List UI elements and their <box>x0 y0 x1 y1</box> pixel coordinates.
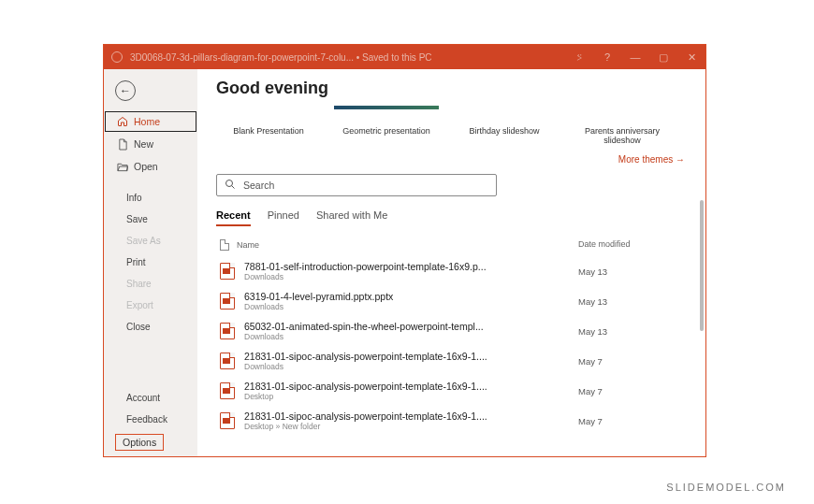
help-icon[interactable]: ? <box>593 45 621 69</box>
template-item[interactable]: Geometric presentation <box>334 106 439 145</box>
maximize-icon[interactable]: ▢ <box>649 45 677 69</box>
file-name: 21831-01-sipoc-analysis-powerpoint-templ… <box>244 381 525 392</box>
nav-label: Feedback <box>126 414 167 425</box>
home-icon <box>117 116 128 127</box>
back-button[interactable]: ← <box>115 80 136 101</box>
nav-label: Home <box>134 116 160 127</box>
template-item[interactable]: Blank Presentation <box>216 106 321 145</box>
template-item[interactable]: Parents anniversary slideshow <box>570 106 675 145</box>
file-row[interactable]: 21831-01-sipoc-analysis-powerpoint-templ… <box>216 406 690 436</box>
search-input[interactable]: Search <box>216 174 497 196</box>
column-headers: Name Date modified <box>216 236 690 256</box>
nav-label: Save As <box>126 236 161 246</box>
doc-icon <box>220 239 229 251</box>
file-date: May 13 <box>578 296 690 307</box>
nav-close[interactable]: Close <box>104 316 197 338</box>
pptx-icon <box>220 382 235 399</box>
main: Good evening Blank Presentation Geometri… <box>197 69 705 456</box>
template-item[interactable]: Birthday slideshow <box>452 106 557 145</box>
search-icon <box>225 179 236 192</box>
nav-export: Export <box>104 295 197 316</box>
file-row[interactable]: 21831-01-sipoc-analysis-powerpoint-templ… <box>216 376 690 406</box>
file-location: Downloads <box>244 272 578 281</box>
search-placeholder: Search <box>243 180 274 191</box>
nav-label: Open <box>134 161 158 172</box>
pptx-icon <box>220 293 235 310</box>
file-location: Desktop <box>244 392 578 401</box>
template-label: Parents anniversary slideshow <box>585 126 660 145</box>
tab-pinned[interactable]: Pinned <box>268 209 299 226</box>
pptx-icon <box>220 353 235 369</box>
file-row[interactable]: 21831-01-sipoc-analysis-powerpoint-templ… <box>216 346 690 376</box>
tabs: Recent Pinned Shared with Me <box>216 209 690 226</box>
file-location: Downloads <box>244 362 578 371</box>
nav-account[interactable]: Account <box>104 387 197 409</box>
nav-label: Info <box>126 193 142 203</box>
nav-share: Share <box>104 273 197 295</box>
close-icon[interactable]: ✕ <box>677 45 705 69</box>
file-name: 7881-01-self-introduction-powerpoint-tem… <box>244 261 525 272</box>
nav-new[interactable]: New <box>104 133 197 155</box>
file-date: May 13 <box>578 326 690 337</box>
col-name: Name <box>237 240 259 250</box>
file-row[interactable]: 65032-01-animated-spin-the-wheel-powerpo… <box>216 316 690 346</box>
file-row[interactable]: 7881-01-self-introduction-powerpoint-tem… <box>216 256 690 286</box>
template-label: Geometric presentation <box>342 126 430 136</box>
nav-label: Options <box>123 437 156 448</box>
templates-row: Blank Presentation Geometric presentatio… <box>216 106 690 145</box>
nav-feedback[interactable]: Feedback <box>104 409 197 430</box>
scrollbar[interactable] <box>700 200 704 331</box>
col-date: Date modified <box>578 239 690 251</box>
pptx-icon <box>220 263 235 280</box>
more-themes-link[interactable]: More themes → <box>216 154 685 165</box>
titlebar: 3D0068-07-3d-pillars-diagram-for-powerpo… <box>104 45 705 69</box>
nav-options[interactable]: Options <box>115 434 164 451</box>
tab-shared[interactable]: Shared with Me <box>316 209 387 226</box>
file-name: 6319-01-4-level-pyramid.pptx.pptx <box>244 291 525 302</box>
svg-point-0 <box>226 180 233 187</box>
nav-open[interactable]: Open <box>104 155 197 178</box>
watermark: SLIDEMODEL.COM <box>666 482 786 493</box>
file-list: 7881-01-self-introduction-powerpoint-tem… <box>216 256 690 456</box>
file-name: 21831-01-sipoc-analysis-powerpoint-templ… <box>244 351 525 362</box>
titlebar-title: 3D0068-07-3d-pillars-diagram-for-powerpo… <box>130 52 432 63</box>
file-location: Downloads <box>244 332 578 341</box>
nav-label: Save <box>126 214 148 224</box>
template-label: Birthday slideshow <box>469 126 539 136</box>
file-row[interactable]: 6319-01-4-level-pyramid.pptx.pptxDownloa… <box>216 286 690 316</box>
file-name: 21831-01-sipoc-analysis-powerpoint-templ… <box>244 410 525 422</box>
minimize-icon[interactable]: — <box>621 45 649 69</box>
open-icon <box>117 161 128 172</box>
sidebar: ← Home New Open Info Save <box>104 69 197 456</box>
file-location: Downloads <box>244 302 578 311</box>
file-location: Desktop » New folder <box>244 422 578 431</box>
file-name: 65032-01-animated-spin-the-wheel-powerpo… <box>244 321 525 332</box>
nav-print[interactable]: Print <box>104 252 197 273</box>
nav-info[interactable]: Info <box>104 187 197 209</box>
file-date: May 7 <box>578 386 690 396</box>
pptx-icon <box>220 323 235 339</box>
app-icon <box>111 51 123 63</box>
tab-recent[interactable]: Recent <box>216 209 251 226</box>
file-date: May 13 <box>578 266 690 277</box>
template-label: Blank Presentation <box>233 126 304 136</box>
pptx-icon <box>220 412 235 429</box>
app-window: 3D0068-07-3d-pillars-diagram-for-powerpo… <box>103 44 706 457</box>
nav-home[interactable]: Home <box>104 110 197 133</box>
mic-icon[interactable]: ⍩ <box>565 45 593 69</box>
nav-label: Print <box>126 257 146 267</box>
nav-label: Export <box>126 300 153 310</box>
file-date: May 7 <box>578 356 690 367</box>
nav-label: Share <box>126 279 152 289</box>
nav-label: Close <box>126 322 151 332</box>
nav-save-as: Save As <box>104 230 197 252</box>
nav-label: New <box>134 138 153 150</box>
greeting: Good evening <box>216 79 690 98</box>
file-date: May 7 <box>578 416 690 426</box>
new-icon <box>117 138 128 150</box>
nav-label: Account <box>126 393 160 403</box>
nav-save[interactable]: Save <box>104 209 197 230</box>
